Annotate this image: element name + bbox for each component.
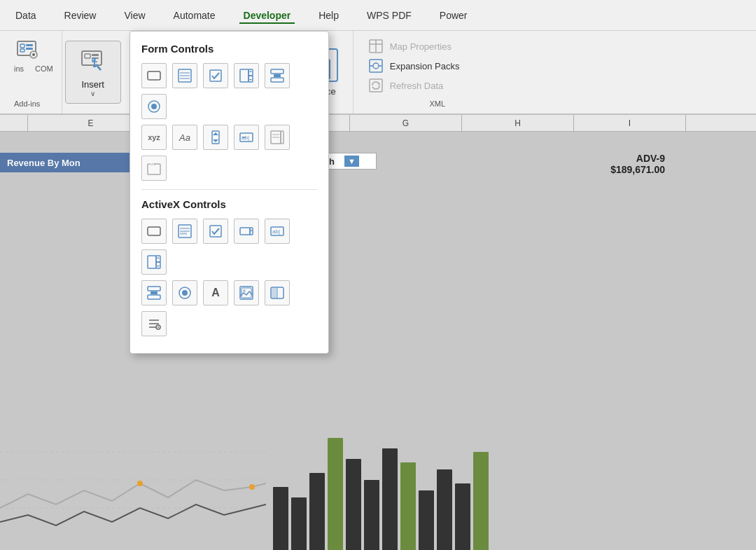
svg-rect-50 xyxy=(210,70,221,81)
fc-label-icon[interactable]: xyz xyxy=(141,125,167,150)
svg-rect-37 xyxy=(370,79,382,92)
ax-spinner-icon[interactable] xyxy=(141,249,167,275)
form-controls-row2: xyz Aa ab| abc xyxy=(141,125,317,181)
svg-rect-7 xyxy=(85,54,90,58)
svg-rect-4 xyxy=(26,48,33,50)
fc-numstepper-icon[interactable] xyxy=(203,125,228,150)
insert-icon xyxy=(79,47,107,78)
chart-area: Revenue By Mon Month ▼ ADV-9 $189,671.00 xyxy=(0,132,756,550)
bar-chart xyxy=(266,424,756,550)
form-controls-row1 xyxy=(141,63,317,119)
fc-textbox-icon[interactable]: ab| xyxy=(234,125,259,150)
svg-rect-2 xyxy=(20,49,24,52)
xml-group: Map Properties Expansion Packs xyxy=(354,31,522,114)
ax-image-icon[interactable] xyxy=(234,280,259,305)
svg-rect-45 xyxy=(148,71,160,80)
form-controls-title: Form Controls xyxy=(141,43,317,55)
fc-groupbox-icon[interactable]: abc xyxy=(141,156,167,181)
ax-scrollbar-icon[interactable] xyxy=(141,280,167,305)
menu-review[interactable]: Review xyxy=(60,7,101,24)
fc-scrollbar-icon[interactable] xyxy=(265,63,290,88)
ax-label-icon[interactable]: A xyxy=(203,280,228,305)
svg-rect-100 xyxy=(272,288,276,298)
insert-arrow: ∨ xyxy=(90,90,95,97)
fc-checkbox-icon[interactable] xyxy=(203,63,228,88)
svg-marker-82 xyxy=(251,230,252,232)
menu-power[interactable]: Power xyxy=(435,7,472,24)
menu-view[interactable]: View xyxy=(120,7,149,24)
svg-point-94 xyxy=(182,290,188,296)
xml-group-label: XML xyxy=(365,97,510,108)
ax-more-icon[interactable] xyxy=(141,311,167,336)
fc-button-icon[interactable] xyxy=(141,63,167,88)
map-properties-button[interactable]: Map Properties xyxy=(365,36,510,56)
insert-button[interactable]: Insert ∨ xyxy=(65,41,121,104)
svg-point-97 xyxy=(243,289,246,292)
refresh-data-button[interactable]: Refresh Data xyxy=(365,76,510,95)
fc-listbox-icon[interactable] xyxy=(172,63,197,88)
ax-toggle-icon[interactable] xyxy=(265,280,290,305)
addins-row xyxy=(14,36,39,62)
fc-text-icon[interactable]: Aa xyxy=(172,125,197,150)
ax-listbox-icon[interactable] xyxy=(172,219,197,244)
menu-wpspdf[interactable]: WPS PDF xyxy=(363,7,416,24)
menu-automate[interactable]: Automate xyxy=(169,7,220,24)
svg-rect-39 xyxy=(0,424,266,550)
expansion-packs-label: Expansion Packs xyxy=(390,61,460,71)
activex-row2: A xyxy=(141,280,317,336)
addins-com-label: COM xyxy=(35,64,53,73)
map-properties-icon xyxy=(368,38,384,55)
expansion-packs-button[interactable]: Expansion Packs xyxy=(365,56,510,76)
svg-rect-58 xyxy=(274,74,281,77)
map-properties-label: Map Properties xyxy=(390,41,451,52)
menu-help[interactable]: Help xyxy=(314,7,343,24)
svg-rect-85 xyxy=(148,256,156,268)
menu-data[interactable]: Data xyxy=(11,7,41,24)
ax-textbox-icon[interactable]: ab| xyxy=(265,219,290,244)
svg-rect-91 xyxy=(148,295,160,299)
fc-spinner-icon[interactable] xyxy=(234,63,259,88)
ax-checkbox-icon[interactable] xyxy=(203,219,228,244)
svg-text:abc: abc xyxy=(150,162,156,166)
svg-marker-62 xyxy=(213,132,218,135)
bar-1 xyxy=(273,487,288,550)
svg-rect-80 xyxy=(240,228,250,235)
ax-button-icon[interactable] xyxy=(141,219,167,244)
ax-combobox-icon[interactable] xyxy=(234,219,259,244)
ax-radio-icon[interactable] xyxy=(172,280,197,305)
bar-9 xyxy=(455,483,470,550)
fc-radio-icon[interactable] xyxy=(141,94,167,119)
svg-rect-68 xyxy=(281,131,284,144)
svg-rect-74 xyxy=(148,227,160,235)
svg-rect-56 xyxy=(271,69,284,74)
bar-5 xyxy=(364,480,379,550)
addins-label-row: ins COM xyxy=(14,64,53,73)
svg-rect-78 xyxy=(180,233,187,235)
line-chart xyxy=(0,424,266,550)
bar-green-1 xyxy=(328,438,343,550)
svg-marker-63 xyxy=(213,139,218,142)
popup-divider xyxy=(141,189,317,190)
svg-rect-79 xyxy=(210,226,221,237)
month-dropdown-arrow[interactable]: ▼ xyxy=(344,156,359,167)
spreadsheet-area: E F G H I Revenue By Mon Month ▼ ADV-9 $… xyxy=(0,115,756,550)
addins-group: ins COM Add-ins xyxy=(6,31,62,114)
bar-green-2 xyxy=(400,462,416,550)
svg-rect-1 xyxy=(20,44,24,48)
svg-point-43 xyxy=(137,481,143,486)
svg-marker-55 xyxy=(249,79,252,81)
bar-7 xyxy=(419,490,434,550)
menu-developer[interactable]: Developer xyxy=(239,7,295,24)
col-h: H xyxy=(462,115,574,131)
svg-rect-52 xyxy=(248,69,253,76)
column-headers: E F G H I xyxy=(0,115,756,132)
svg-rect-86 xyxy=(156,256,160,262)
bar-6 xyxy=(382,448,398,550)
adv-amount: $189,671.00 xyxy=(610,164,665,175)
addins-group-label: Add-ins xyxy=(14,97,40,108)
bar-3 xyxy=(309,473,325,550)
activex-controls-title: ActiveX Controls xyxy=(141,198,317,210)
refresh-data-icon xyxy=(368,77,384,94)
fc-combobox-icon[interactable] xyxy=(265,125,290,150)
insert-label: Insert xyxy=(81,79,104,90)
